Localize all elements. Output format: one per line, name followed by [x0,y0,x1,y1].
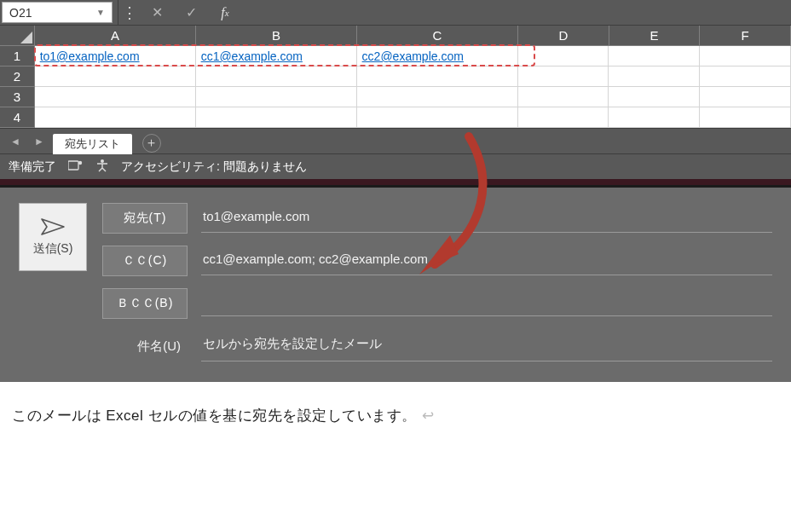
accessibility-status: アクセシビリティ: 問題ありません [121,159,307,175]
cc-field[interactable]: cc1@example.com; cc2@example.com [201,246,772,275]
send-icon [40,217,66,236]
send-button[interactable]: 送信(S) [19,203,87,271]
confirm-formula-icon[interactable]: ✓ [174,0,208,25]
formula-bar: O21 ▼ ⋮ ✕ ✓ fx [0,0,791,26]
to-field[interactable]: to1@example.com [201,204,772,233]
col-header-E[interactable]: E [609,26,701,45]
col-header-C[interactable]: C [357,26,518,45]
to-button[interactable]: 宛先(T) [102,203,188,234]
cell-E1[interactable] [609,46,700,66]
cell-A2[interactable] [35,66,196,87]
cell-C2[interactable] [357,66,518,87]
cell-D2[interactable] [518,66,609,87]
cell-A1[interactable]: to1@example.com [35,46,196,66]
bcc-field[interactable] [201,291,772,316]
cell-B2[interactable] [196,66,357,87]
cell-B3[interactable] [196,87,357,107]
cell-C1[interactable]: cc2@example.com [357,46,518,66]
subject-field[interactable]: セルから宛先を設定したメール [201,331,772,361]
macro-record-icon[interactable] [68,159,84,174]
row-header-2[interactable]: 2 [0,66,35,87]
row-header-1[interactable]: 1 [0,46,35,66]
cell-E3[interactable] [609,87,700,107]
return-mark-icon: ↩ [422,408,435,424]
cancel-formula-icon[interactable]: ✕ [140,0,174,25]
svg-rect-1 [68,161,78,170]
cell-F4[interactable] [700,107,791,128]
cell-D1[interactable] [518,46,609,66]
more-icon[interactable]: ⋮ [118,0,140,25]
cell-B4[interactable] [196,107,357,128]
cell-D3[interactable] [518,87,609,107]
cell-F1[interactable] [700,46,791,66]
spreadsheet-grid[interactable]: A B C D E F 1 to1@example.com cc1@exampl… [0,26,791,128]
status-ready: 準備完了 [9,159,56,175]
cell-B1[interactable]: cc1@example.com [196,46,357,66]
svg-point-2 [78,161,82,165]
add-sheet-icon[interactable]: ＋ [142,134,161,153]
cell-E4[interactable] [609,107,700,128]
chevron-down-icon[interactable]: ▼ [96,8,105,17]
svg-point-3 [101,159,104,163]
divider-strip [0,179,791,188]
select-all-triangle[interactable] [0,26,35,45]
svg-marker-0 [20,32,32,43]
formula-input[interactable] [242,0,791,25]
cell-A4[interactable] [35,107,196,128]
col-header-A[interactable]: A [35,26,196,45]
mail-body[interactable]: このメールは Excel セルの値を基に宛先を設定しています。↩ [0,382,791,449]
col-header-B[interactable]: B [196,26,357,45]
sheet-tab-active[interactable]: 宛先リスト [53,134,132,154]
name-box-value: O21 [9,6,32,20]
cell-C4[interactable] [357,107,518,128]
cell-C3[interactable] [357,87,518,107]
name-box[interactable]: O21 ▼ [2,2,113,23]
status-bar: 準備完了 アクセシビリティ: 問題ありません [0,153,791,179]
col-header-F[interactable]: F [700,26,791,45]
fx-icon[interactable]: fx [208,0,242,25]
cell-F3[interactable] [700,87,791,107]
cell-E2[interactable] [609,66,700,87]
send-label: 送信(S) [33,241,73,257]
row-header-4[interactable]: 4 [0,107,35,128]
cc-button[interactable]: ＣＣ(C) [102,246,188,276]
sheet-tab-bar: ◄ ► 宛先リスト ＋ [0,128,791,153]
cell-A3[interactable] [35,87,196,107]
row-header-3[interactable]: 3 [0,87,35,107]
next-sheet-icon[interactable]: ► [29,136,49,147]
compose-pane: 送信(S) 宛先(T) to1@example.com ＣＣ(C) cc1@ex… [0,188,791,382]
bcc-button[interactable]: ＢＣＣ(B) [102,288,188,319]
mail-body-text: このメールは Excel セルの値を基に宛先を設定しています。 [12,408,417,424]
accessibility-icon[interactable] [95,159,109,175]
cell-D4[interactable] [518,107,609,128]
col-header-D[interactable]: D [518,26,609,45]
cell-F2[interactable] [700,66,791,87]
subject-label: 件名(U) [102,338,188,355]
prev-sheet-icon[interactable]: ◄ [5,136,26,147]
